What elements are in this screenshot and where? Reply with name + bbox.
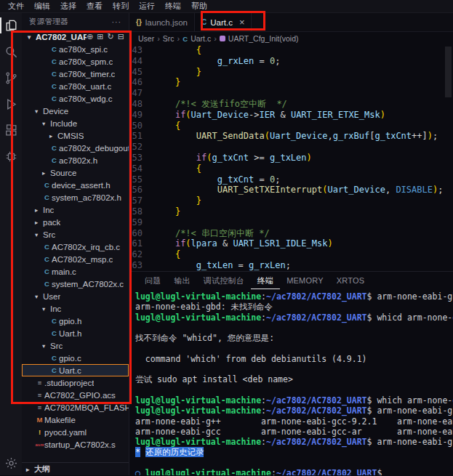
activitybar-bottom <box>3 455 19 471</box>
line-number: 61 <box>129 238 154 249</box>
c-file-icon: C <box>42 181 52 189</box>
tree-item-label: Device <box>43 107 68 116</box>
panel-tab-XRTOS[interactable]: XRTOS <box>330 272 372 289</box>
tree-item-AC7802_UART[interactable]: ▾AC7802_UART⊕⊞↻⊟ <box>22 31 129 43</box>
menu-item-编辑[interactable]: 编辑 <box>29 1 55 12</box>
run-debug-icon[interactable] <box>3 96 19 112</box>
tree-item-ac780x_wdg.c[interactable]: Cac780x_wdg.c <box>22 92 129 105</box>
menu-item-查看[interactable]: 查看 <box>81 1 108 12</box>
code-line: 45 } <box>129 67 453 78</box>
terminal-line <box>135 343 453 353</box>
tree-item-label: Inc <box>50 304 61 313</box>
new-file-icon[interactable]: ⊕ <box>87 32 93 41</box>
collapse-all-icon[interactable]: ⊟ <box>118 32 124 41</box>
line-number: 59 <box>129 217 154 228</box>
tree-item-Device[interactable]: ▾Device <box>22 105 129 117</box>
code-line: 49 if(Uart_Device->IER & UART_IER_ETXE_M… <box>129 110 453 121</box>
code-lines: 43 {44 g_rxLen = 0;45 }46 }4748 /*!< 发送f… <box>129 45 453 271</box>
tree-item-AC7802MBQA_FLASH.ld[interactable]: ≡AC7802MBQA_FLASH.ld <box>22 401 129 414</box>
line-number: 53 <box>129 153 154 164</box>
tree-item-AC7802x_msp.c[interactable]: CAC7802x_msp.c <box>22 253 129 265</box>
yaml-file-icon: ! <box>35 428 44 436</box>
new-folder-icon[interactable]: ⊞ <box>97 32 103 41</box>
tree-item-label: ac780x_spm.c <box>59 57 113 66</box>
refresh-icon[interactable]: ↻ <box>108 32 114 41</box>
tree-item-gpio.c[interactable]: Cgpio.c <box>22 352 129 364</box>
tab-launch.json[interactable]: {}launch.json <box>129 13 195 31</box>
tree-item-label: AC7802x_msp.c <box>52 255 113 264</box>
menu-item-帮助[interactable]: 帮助 <box>186 1 212 12</box>
tree-item-gpio.h[interactable]: Cgpio.h <box>22 315 129 327</box>
chevron-right-icon: ▸ <box>42 169 50 177</box>
tree-item-Src[interactable]: ▾Src <box>22 228 129 241</box>
tree-item-pack[interactable]: ▸pack <box>22 216 129 228</box>
tree-item-system_AC7802x.c[interactable]: Csystem_AC7802x.c <box>22 278 129 290</box>
line-number: 55 <box>129 174 154 185</box>
line-number: 50 <box>129 121 154 132</box>
tree-item-Src[interactable]: ▾Src <box>22 339 129 352</box>
menu-item-终端[interactable]: 终端 <box>160 1 186 12</box>
panel-tab-输出[interactable]: 输出 <box>167 272 196 289</box>
chevron-right-icon: ▸ <box>49 132 57 140</box>
breadcrumb-item[interactable]: Src <box>163 34 175 43</box>
tree-item-Makefile[interactable]: MMakefile <box>22 414 129 426</box>
search-icon[interactable] <box>3 44 19 60</box>
terminal-line: arm-none-eabi-gbd: 未找到命令 <box>135 302 453 312</box>
tree-item-Inc[interactable]: ▸Inc <box>22 203 129 216</box>
panel-tab-MEMORY[interactable]: MEMORY <box>280 272 330 289</box>
tree-item-AC7802_GPIO.acs[interactable]: ≡AC7802_GPIO.acs <box>22 389 129 401</box>
tree-item-Uart.h[interactable]: CUart.h <box>22 327 129 339</box>
editor-scrollbar[interactable] <box>445 47 452 97</box>
embedded-tools-icon[interactable] <box>3 148 19 164</box>
code-line: 44 g_rxLen = 0; <box>129 56 453 67</box>
tree-item-.studioproject[interactable]: ≡.studioproject <box>22 376 129 389</box>
line-number: 52 <box>129 142 154 153</box>
tree-item-system_ac7802x.h[interactable]: Csystem_ac7802x.h <box>22 191 129 203</box>
breadcrumb-item[interactable]: UART_Cfg_Init(void) <box>228 34 299 43</box>
tree-item-ac780x_spm.c[interactable]: Cac780x_spm.c <box>22 55 129 68</box>
tree-item-Include[interactable]: ▾Include <box>22 117 129 129</box>
menu-item-运行[interactable]: 运行 <box>134 1 160 12</box>
tree-item-main.c[interactable]: Cmain.c <box>22 265 129 278</box>
menu-item-选择[interactable]: 选择 <box>55 1 81 12</box>
panel-tab-问题[interactable]: 问题 <box>138 272 167 289</box>
tree-item-AC7802x_irq_cb.c[interactable]: CAC7802x_irq_cb.c <box>22 241 129 253</box>
more-actions-icon[interactable]: ··· <box>112 17 122 26</box>
breadcrumb-item[interactable]: User <box>138 34 154 43</box>
tree-item-Source[interactable]: ▸Source <box>22 166 129 179</box>
outline-section[interactable]: ▸ 大纲 <box>22 462 129 475</box>
breadcrumb-item[interactable]: Uart.c <box>191 34 211 43</box>
tree-item-ac7802x.h[interactable]: Cac7802x.h <box>22 154 129 166</box>
tree-item-ac780x_spi.c[interactable]: Cac780x_spi.c <box>22 43 129 55</box>
tab-Uart.c[interactable]: CUart.c× <box>195 13 252 31</box>
tree-item-ac780x_timer.c[interactable]: Cac780x_timer.c <box>22 68 129 80</box>
code-line: 52 <box>129 142 453 153</box>
tree-item-CMSIS[interactable]: ▸CMSIS <box>22 129 129 142</box>
tree-item-startup_AC7802x.s[interactable]: asmstartup_AC7802x.s <box>22 438 129 451</box>
tab-label: Uart.c <box>210 18 233 27</box>
tree-item-device_assert.h[interactable]: Cdevice_assert.h <box>22 179 129 191</box>
panel-tab-终端[interactable]: 终端 <box>251 272 280 289</box>
close-icon[interactable]: × <box>239 17 245 28</box>
line-number: 62 <box>129 249 154 260</box>
tree-item-Uart.c[interactable]: CUart.c <box>22 364 129 376</box>
menubar: 文件编辑选择查看转到运行终端帮助 <box>0 0 453 13</box>
manage-icon[interactable] <box>3 455 19 471</box>
panel-tab-调试控制台[interactable]: 调试控制台 <box>197 272 251 289</box>
code-editor[interactable]: 43 {44 g_rxLen = 0;45 }46 }4748 /*!< 发送f… <box>129 45 453 271</box>
tree-item-pyocd.yaml[interactable]: !pyocd.yaml <box>22 426 129 438</box>
source-control-icon[interactable] <box>3 70 19 86</box>
terminal-line: lugl@lugl-virtual-machine:~/ac7802/AC780… <box>135 437 453 447</box>
terminal[interactable]: lugl@lugl-virtual-machine:~/ac7802/AC780… <box>129 289 453 475</box>
tree-item-ac780x_uart.c[interactable]: Cac780x_uart.c <box>22 80 129 92</box>
tree-item-ac7802x_debugout.h[interactable]: Cac7802x_debugout.h <box>22 142 129 154</box>
explorer-icon[interactable] <box>3 17 19 33</box>
menu-item-文件[interactable]: 文件 <box>3 1 29 12</box>
tree-item-Inc[interactable]: ▾Inc <box>22 302 129 315</box>
code-line: 54 { <box>129 164 453 174</box>
tree-item-User[interactable]: ▾User <box>22 290 129 302</box>
extensions-icon[interactable] <box>3 122 19 138</box>
chevron-right-icon: ▸ <box>26 466 34 473</box>
menu-item-转到[interactable]: 转到 <box>108 1 134 12</box>
terminal-line: 找不到命令 "whicd", 您的意思是: <box>135 333 453 343</box>
